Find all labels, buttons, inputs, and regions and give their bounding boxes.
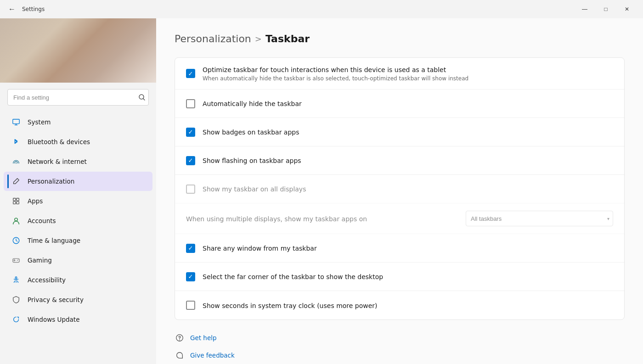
sidebar-header (0, 18, 156, 83)
setting-content-show-all-displays: Show my taskbar on all displays (203, 185, 613, 193)
sidebar-item-bluetooth[interactable]: Bluetooth & devices (4, 132, 152, 151)
svg-point-17 (15, 277, 17, 279)
close-button[interactable]: ✕ (616, 2, 637, 17)
nav-label: Time & language (28, 237, 80, 244)
footer-link-give-feedback[interactable]: Give feedback (175, 348, 625, 362)
search-box (7, 89, 149, 106)
back-button[interactable]: ← (6, 3, 18, 16)
setting-label-show-badges: Show badges on taskbar apps (203, 129, 299, 136)
checkbox-show-seconds[interactable] (186, 301, 195, 310)
main-layout: System Bluetooth & devices Network & int… (0, 18, 643, 364)
nav-label: Apps (28, 197, 43, 205)
setting-row-show-seconds: Show seconds in system tray clock (uses … (175, 291, 624, 319)
checkbox-show-all-displays[interactable] (186, 185, 195, 194)
minimize-button[interactable]: — (574, 2, 595, 17)
footer-link-get-help[interactable]: Get help (175, 331, 625, 345)
bluetooth-icon (11, 137, 21, 147)
setting-label-show-seconds: Show seconds in system tray clock (uses … (203, 302, 378, 309)
settings-card: Optimize taskbar for touch interactions … (175, 57, 625, 320)
search-input[interactable] (7, 89, 149, 106)
help-icon (175, 333, 185, 343)
sidebar-item-time[interactable]: Time & language (4, 231, 152, 250)
setting-row-auto-hide: Automatically hide the taskbar (175, 90, 624, 118)
svg-point-19 (179, 340, 180, 341)
search-button[interactable] (139, 94, 145, 101)
nav-label: System (28, 118, 51, 126)
checkbox-share-window[interactable] (186, 244, 195, 253)
sidebar-item-system[interactable]: System (4, 112, 152, 132)
svg-point-10 (15, 218, 17, 221)
nav-label: Accessibility (28, 276, 66, 284)
setting-content-auto-hide: Automatically hide the taskbar (203, 99, 613, 108)
setting-label-show-flashing: Show flashing on taskbar apps (203, 157, 301, 164)
setting-label-far-corner: Select the far corner of the taskbar to … (203, 273, 383, 280)
checkbox-auto-hide[interactable] (186, 99, 195, 108)
dropdown-wrapper-multiple-displays: All taskbarsMain taskbar onlyTaskbar whe… (466, 211, 613, 226)
setting-content-show-seconds: Show seconds in system tray clock (uses … (203, 301, 613, 310)
svg-rect-7 (17, 198, 19, 201)
window-controls: — □ ✕ (574, 2, 637, 17)
footer-links: Get help Give feedback (175, 331, 625, 362)
sidebar-item-apps[interactable]: Apps (4, 191, 152, 211)
svg-point-5 (16, 163, 17, 164)
sidebar-item-accounts[interactable]: Accounts (4, 211, 152, 230)
sidebar-item-accessibility[interactable]: Accessibility (4, 270, 152, 290)
clock-icon (11, 235, 21, 246)
setting-row-multiple-displays: When using multiple displays, show my ta… (175, 203, 624, 234)
footer-link-label: Get help (190, 334, 217, 342)
sidebar-item-gaming[interactable]: Gaming (4, 251, 152, 270)
sidebar-item-update[interactable]: Windows Update (4, 310, 152, 329)
svg-point-15 (17, 260, 18, 261)
setting-content-multiple-displays: When using multiple displays, show my ta… (186, 214, 458, 223)
setting-row-far-corner: Select the far corner of the taskbar to … (175, 263, 624, 291)
setting-content-show-flashing: Show flashing on taskbar apps (203, 156, 613, 165)
setting-content-show-badges: Show badges on taskbar apps (203, 128, 613, 136)
pencil-icon (11, 176, 21, 186)
breadcrumb-current: Taskbar (265, 33, 310, 45)
svg-line-1 (143, 99, 145, 101)
nav-label: Network & internet (28, 158, 87, 165)
setting-label-touch-optimize: Optimize taskbar for touch interactions … (203, 66, 446, 73)
dropdown-multiple-displays[interactable]: All taskbarsMain taskbar onlyTaskbar whe… (466, 211, 613, 226)
breadcrumb-separator: > (255, 34, 262, 44)
nav-label: Personalization (28, 178, 74, 185)
setting-content-touch-optimize: Optimize taskbar for touch interactions … (203, 65, 613, 82)
sidebar-item-personalization[interactable]: Personalization (4, 172, 152, 191)
nav-label: Windows Update (28, 316, 79, 323)
setting-content-far-corner: Select the far corner of the taskbar to … (203, 272, 613, 281)
setting-row-touch-optimize: Optimize taskbar for touch interactions … (175, 58, 624, 90)
checkbox-touch-optimize[interactable] (186, 69, 195, 78)
breadcrumb-parent[interactable]: Personalization (175, 33, 251, 45)
svg-rect-6 (13, 198, 16, 201)
gaming-icon (11, 255, 21, 265)
network-icon (11, 157, 21, 167)
nav-container: System Bluetooth & devices Network & int… (0, 112, 156, 330)
sidebar-item-privacy[interactable]: Privacy & security (4, 290, 152, 309)
svg-point-16 (18, 259, 19, 260)
setting-content-share-window: Share any window from my taskbar (203, 244, 613, 252)
accessibility-icon (11, 275, 21, 285)
monitor-icon (11, 117, 21, 127)
setting-label-share-window: Share any window from my taskbar (203, 245, 317, 252)
setting-row-share-window: Share any window from my taskbar (175, 234, 624, 263)
feedback-icon (175, 350, 185, 360)
svg-rect-8 (13, 202, 16, 204)
nav-label: Bluetooth & devices (28, 138, 90, 146)
sidebar-bg-image (0, 18, 156, 83)
setting-label-multiple-displays: When using multiple displays, show my ta… (186, 215, 367, 223)
person-icon (11, 216, 21, 226)
breadcrumb: Personalization > Taskbar (175, 33, 625, 45)
nav-label: Gaming (28, 257, 52, 264)
checkbox-show-flashing[interactable] (186, 156, 195, 165)
update-icon (11, 314, 21, 325)
shield-icon (11, 295, 21, 305)
setting-label-show-all-displays: Show my taskbar on all displays (203, 185, 306, 193)
apps-icon (11, 196, 21, 206)
checkbox-show-badges[interactable] (186, 128, 195, 137)
checkbox-far-corner[interactable] (186, 272, 195, 281)
sidebar-item-network[interactable]: Network & internet (4, 152, 152, 171)
maximize-button[interactable]: □ (595, 2, 616, 17)
titlebar-title: Settings (22, 6, 45, 12)
setting-row-show-all-displays: Show my taskbar on all displays (175, 175, 624, 203)
titlebar: ← Settings — □ ✕ (0, 0, 643, 18)
